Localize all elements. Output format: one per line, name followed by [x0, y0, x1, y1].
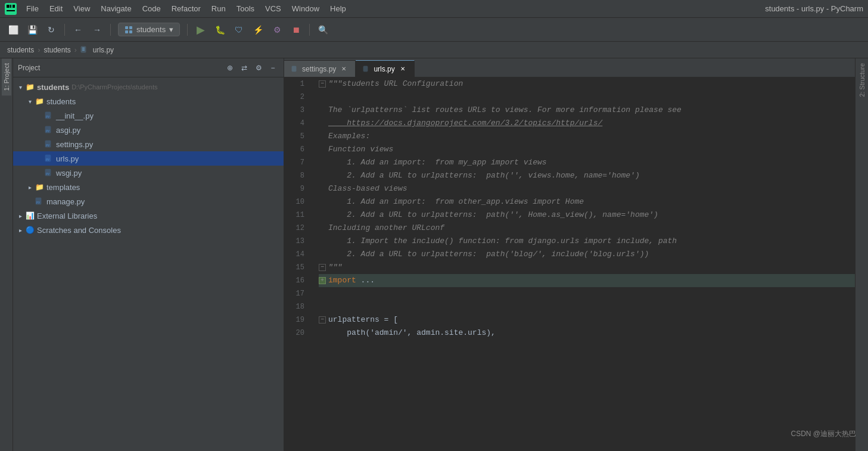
code-text-3: The `urlpatterns` list routes URLs to vi…: [328, 104, 682, 117]
tree-item-urls[interactable]: py urls.py: [13, 151, 284, 166]
code-text-8: 2. Add a URL to urlpatterns: path('', vi…: [328, 169, 640, 182]
tree-item-root[interactable]: ▾ 📁 students D:\PyCharmProjects\students: [13, 80, 284, 94]
menu-help[interactable]: Help: [325, 3, 351, 14]
py-icon-manage: py: [35, 197, 44, 206]
new-file-button[interactable]: ⬜: [5, 21, 21, 38]
tab-settings-close[interactable]: ✕: [340, 65, 348, 73]
svg-rect-4: [13, 5, 15, 8]
tree-item-init[interactable]: py __init__.py: [13, 108, 284, 123]
tab-settings[interactable]: settings.py ✕: [284, 60, 356, 77]
line-num-17: 17: [284, 287, 309, 300]
breadcrumb-students-pkg[interactable]: students: [43, 46, 70, 54]
tree-item-asgi[interactable]: py asgi.py: [13, 123, 284, 137]
code-line-15: − """: [319, 261, 855, 274]
menu-run[interactable]: Run: [207, 3, 231, 14]
sidebar: Project ⊕ ⇄ ⚙ − ▾ 📁 students D:\PyCharmP…: [13, 58, 284, 451]
tab-urls[interactable]: urls.py ✕: [356, 60, 414, 77]
code-line-14: 2. Add a URL to urlpatterns: path('blog/…: [319, 248, 855, 261]
menu-navigate[interactable]: Navigate: [96, 3, 136, 14]
breadcrumb: students › students › urls.py: [0, 42, 868, 58]
code-text-11: 2. Add a URL to urlpatterns: path('', Ho…: [328, 209, 658, 222]
project-dropdown-icon: ▾: [169, 25, 173, 34]
sidebar-title: Project: [18, 64, 220, 72]
line-num-14: 14: [284, 248, 309, 261]
code-line-18: [319, 300, 855, 313]
menu-view[interactable]: View: [69, 3, 95, 14]
py-icon-asgi: py: [44, 125, 54, 135]
svg-text:py: py: [46, 143, 49, 147]
svg-rect-2: [7, 10, 15, 11]
code-content[interactable]: − """students URL Configuration The `url…: [314, 77, 855, 451]
profile-button[interactable]: ⚡: [250, 21, 266, 38]
tree-item-ext-libs[interactable]: ▸ 📊 External Libraries: [13, 209, 284, 223]
fold-marker-1[interactable]: −: [319, 80, 326, 88]
line-num-7: 7: [284, 156, 309, 169]
line-num-18: 18: [284, 300, 309, 313]
tree-label-asgi: asgi.py: [56, 126, 80, 135]
code-line-6: Function views: [319, 143, 855, 156]
coverage-button[interactable]: 🛡: [231, 21, 247, 38]
fold-marker-19[interactable]: −: [319, 316, 326, 324]
menu-edit[interactable]: Edit: [45, 3, 67, 14]
stop-button[interactable]: ⏹: [288, 21, 304, 38]
tree-item-settings[interactable]: py settings.py: [13, 137, 284, 151]
menu-file[interactable]: File: [21, 3, 43, 14]
folder-icon-students: 📁: [35, 97, 44, 106]
line-num-3: 3: [284, 104, 309, 117]
toolbar-separator-2: [110, 24, 111, 36]
locate-file-button[interactable]: ⊕: [224, 62, 236, 74]
project-selector[interactable]: students ▾: [118, 23, 180, 36]
code-text-19: urlpatterns = [: [328, 313, 398, 326]
code-text-20: path('admin/', admin.site.urls),: [328, 326, 496, 340]
menu-window[interactable]: Window: [287, 3, 324, 14]
tree-item-manage[interactable]: py manage.py: [13, 194, 284, 209]
menu-vcs[interactable]: VCS: [260, 3, 286, 14]
tree-item-scratches[interactable]: ▸ 🔵 Scratches and Consoles: [13, 223, 284, 237]
build-button[interactable]: ⚙: [269, 21, 285, 38]
tab-structure[interactable]: 2: Structure: [857, 58, 867, 102]
tree-item-students-pkg[interactable]: ▾ 📁 students: [13, 94, 284, 108]
line-num-4: 4: [284, 117, 309, 130]
line-num-16: 16: [284, 274, 309, 287]
svg-text:py: py: [46, 157, 49, 161]
tree-item-wsgi[interactable]: py wsgi.py: [13, 166, 284, 180]
fold-marker-15[interactable]: −: [319, 264, 326, 271]
tab-project[interactable]: 1: Project: [2, 58, 11, 95]
menu-refactor[interactable]: Refactor: [167, 3, 206, 14]
back-button[interactable]: ←: [70, 21, 86, 38]
breadcrumb-sep-1: ›: [38, 46, 40, 54]
code-text-4[interactable]: https://docs.djangoproject.com/en/3.2/to…: [328, 117, 602, 130]
code-text-9: Class-based views: [328, 182, 407, 195]
code-line-8: 2. Add a URL to urlpatterns: path('', vi…: [319, 169, 855, 182]
breadcrumb-students-root[interactable]: students: [7, 46, 34, 54]
code-line-16: + import ...: [319, 274, 855, 287]
hide-panel-button[interactable]: −: [267, 62, 279, 74]
code-editor[interactable]: 1 2 3 4 5 6 7 8 9 10 11 12 13 14 15 16 1…: [284, 77, 855, 451]
find-action-button[interactable]: 🔍: [315, 21, 331, 38]
breadcrumb-urls[interactable]: urls.py: [80, 46, 114, 54]
toolbar: ⬜ 💾 ↻ ← → students ▾ ▶ 🐛 🛡 ⚡ ⚙ ⏹ 🔍: [0, 18, 868, 42]
tab-urls-close[interactable]: ✕: [399, 65, 407, 73]
debug-button[interactable]: 🐛: [211, 21, 228, 38]
tree-item-templates[interactable]: ▸ 📁 templates: [13, 180, 284, 194]
menu-code[interactable]: Code: [138, 3, 166, 14]
run-button[interactable]: ▶: [192, 21, 209, 38]
save-button[interactable]: 💾: [24, 21, 41, 38]
code-text-6: Function views: [328, 143, 393, 156]
toolbar-separator-3: [187, 24, 188, 36]
forward-button[interactable]: →: [89, 21, 105, 38]
menu-tools[interactable]: Tools: [232, 3, 259, 14]
tree-arrow-root: ▾: [15, 82, 25, 92]
code-text-5: Examples:: [328, 130, 370, 143]
svg-text:py: py: [36, 200, 40, 204]
settings-button[interactable]: ⚙: [253, 62, 265, 74]
line-num-20: 20: [284, 326, 309, 340]
sync-button[interactable]: ↻: [43, 21, 60, 38]
svg-rect-5: [125, 26, 128, 29]
code-text-13: 1. Import the include() function: from d…: [328, 235, 677, 248]
svg-text:py: py: [46, 114, 49, 118]
watermark: CSDN @迪丽大热巴: [791, 429, 856, 439]
tree-label-students: students: [46, 97, 76, 106]
collapse-all-button[interactable]: ⇄: [238, 62, 250, 74]
fold-marker-16[interactable]: +: [319, 277, 326, 284]
